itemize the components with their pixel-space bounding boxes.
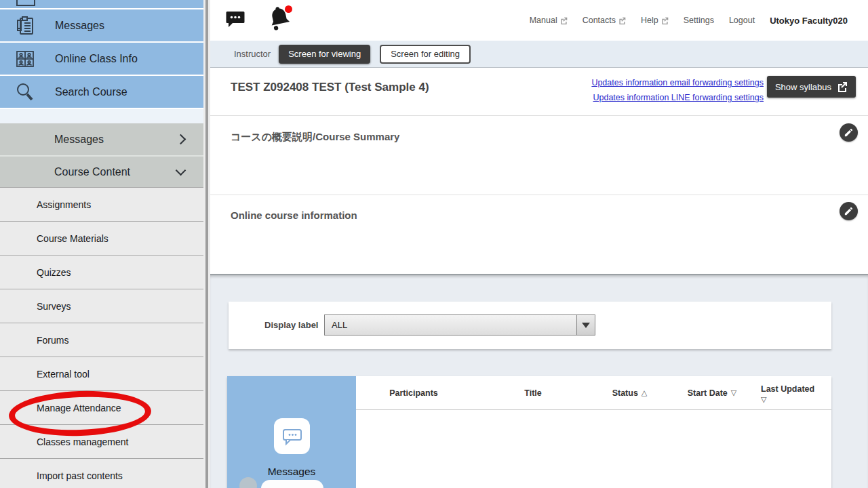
syllabus-label: Show syllabus — [775, 82, 831, 92]
sidebar-item-manage-attendance[interactable]: Manage Attendance — [0, 390, 203, 424]
sidebar-item-forums[interactable]: Forums — [0, 323, 203, 357]
caret-down-icon — [582, 323, 590, 328]
sidebar-item-import-past-contents[interactable]: Import past contents — [0, 458, 203, 488]
edit-online-info-button[interactable] — [840, 202, 858, 220]
sort-desc-icon[interactable]: ▽ — [761, 394, 766, 405]
email-forwarding-link[interactable]: Updates information email forwarding set… — [591, 75, 764, 90]
divider — [210, 115, 868, 116]
tile-partial-circle — [239, 477, 257, 488]
contents-table-card: Messages Participants Title Status — [227, 376, 831, 488]
sidebar-item-course-materials[interactable]: Course Materials — [0, 221, 203, 255]
sidebar-section-messages[interactable]: Messages — [0, 123, 203, 155]
sidebar-item-label: Surveys — [37, 301, 71, 312]
contents-table: Participants Title Status △ Start Date ▽ — [356, 376, 831, 488]
sidebar-item-surveys[interactable]: Surveys — [0, 289, 203, 323]
sidebar: Messages Online Class Info — [0, 0, 203, 488]
external-link-icon — [560, 17, 568, 24]
contents-list-area: Display label ALL — [210, 274, 868, 488]
nav-label: Contacts — [583, 16, 616, 25]
top-navigation: Manual Contacts Help Settings Logout U — [530, 0, 848, 41]
selected-option: ALL — [325, 315, 576, 335]
col-label: Start Date — [688, 388, 728, 398]
external-link-icon — [837, 81, 848, 92]
sidebar-item-label: Assignments — [37, 199, 91, 210]
notification-dot — [285, 5, 292, 13]
chevron-right-icon — [176, 134, 186, 145]
role-label: Instructor — [234, 49, 271, 59]
nav-contacts[interactable]: Contacts — [583, 16, 626, 25]
sidebar-item-messages-top[interactable]: Messages — [0, 9, 203, 43]
display-label-text: Display label — [264, 320, 319, 330]
sidebar-item-quizzes[interactable]: Quizzes — [0, 255, 203, 289]
nav-help[interactable]: Help — [641, 16, 669, 25]
nav-label: Manual — [530, 16, 557, 25]
filter-card: Display label ALL — [229, 302, 831, 349]
sidebar-section-course-content[interactable]: Course Content — [0, 155, 203, 187]
sidebar-spacer — [0, 109, 203, 123]
col-status[interactable]: Status △ — [595, 376, 665, 409]
pencil-icon — [844, 206, 854, 216]
chevron-down-icon — [176, 165, 186, 176]
col-last-updated[interactable]: Last Updated ▽ — [760, 376, 831, 409]
mode-toolbar: Instructor Screen for viewing Screen for… — [210, 41, 868, 68]
sidebar-item-online-class-info[interactable]: Online Class Info — [0, 43, 203, 76]
messages-tile[interactable]: Messages — [227, 376, 356, 488]
course-summary-heading: コースの概要説明/Course Summary — [231, 131, 399, 144]
col-label: Status — [612, 388, 638, 398]
tile-label: Messages — [227, 466, 356, 478]
tile-partial-button[interactable] — [261, 480, 323, 488]
pencil-icon — [844, 127, 854, 138]
top-bar: Manual Contacts Help Settings Logout U — [210, 0, 868, 41]
nav-label: Logout — [729, 16, 755, 25]
partial-icon — [16, 0, 35, 6]
nav-logout[interactable]: Logout — [729, 16, 755, 25]
course-title: TEST Z092408 TEST (Test Sample 4) — [231, 81, 429, 94]
screen-for-viewing-button[interactable]: Screen for viewing — [279, 45, 370, 64]
external-link-icon — [618, 17, 626, 24]
edit-course-summary-button[interactable] — [840, 123, 858, 142]
sidebar-item-label: Online Class Info — [55, 53, 138, 65]
line-forwarding-link[interactable]: Updates information LINE forwarding sett… — [591, 90, 764, 105]
sidebar-scrollbar[interactable] — [203, 0, 210, 488]
nav-settings[interactable]: Settings — [684, 16, 714, 25]
sidebar-item-label: Classes management — [37, 436, 128, 447]
sidebar-item-label: Search Course — [55, 86, 127, 98]
col-participants[interactable]: Participants — [356, 376, 471, 409]
sidebar-item-partial[interactable] — [0, 0, 203, 9]
show-syllabus-button[interactable]: Show syllabus — [767, 76, 856, 98]
sidebar-item-label: Import past contents — [37, 470, 123, 481]
online-class-grid-icon — [14, 48, 36, 70]
nav-label: Help — [641, 16, 658, 25]
online-course-info-heading: Online course information — [231, 209, 357, 221]
sidebar-item-external-tool[interactable]: External tool — [0, 357, 203, 390]
sidebar-item-label: Quizzes — [37, 267, 71, 278]
sort-desc-icon[interactable]: ▽ — [731, 388, 736, 397]
screen-for-editing-button[interactable]: Screen for editing — [380, 45, 471, 64]
sidebar-item-search-course[interactable]: Search Course — [0, 76, 203, 109]
sidebar-item-classes-management[interactable]: Classes management — [0, 424, 203, 458]
nav-manual[interactable]: Manual — [530, 16, 568, 25]
display-label-select[interactable]: ALL — [324, 314, 595, 336]
scrollbar-thumb[interactable] — [205, 0, 208, 488]
search-icon — [14, 81, 36, 103]
dropdown-arrow-button[interactable] — [576, 315, 595, 335]
notification-bell-icon[interactable] — [268, 4, 295, 34]
sidebar-item-assignments[interactable]: Assignments — [0, 187, 203, 221]
col-label: Last Updated — [761, 384, 814, 394]
divider — [210, 195, 868, 195]
nav-label: Settings — [684, 16, 714, 25]
sort-asc-icon[interactable]: △ — [642, 388, 647, 397]
clipboard-messages-icon — [14, 15, 36, 37]
col-label: Title — [524, 388, 541, 398]
chat-bubble-icon[interactable] — [226, 10, 245, 30]
forwarding-links: Updates information email forwarding set… — [591, 75, 764, 105]
col-title[interactable]: Title — [471, 376, 595, 409]
sidebar-section-label: Messages — [54, 134, 104, 146]
table-header-row: Participants Title Status △ Start Date ▽ — [356, 376, 831, 410]
sidebar-item-label: Messages — [55, 20, 104, 32]
col-label: Participants — [389, 388, 438, 398]
col-start-date[interactable]: Start Date ▽ — [665, 376, 760, 409]
course-content-panel: TEST Z092408 TEST (Test Sample 4) Update… — [210, 68, 868, 274]
main-area: Manual Contacts Help Settings Logout U — [210, 0, 868, 488]
message-bubble-icon — [274, 418, 310, 454]
